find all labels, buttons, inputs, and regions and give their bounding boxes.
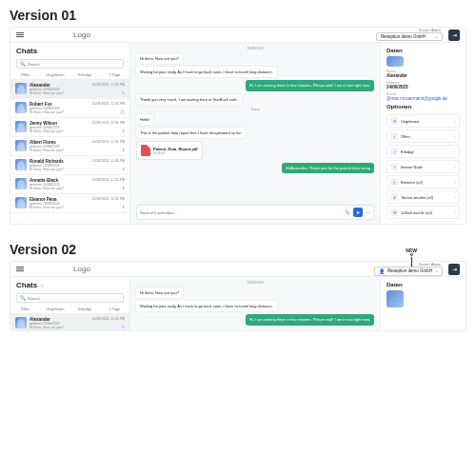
avatar: [15, 197, 27, 208]
filter-tab[interactable]: Erledigt: [70, 305, 100, 313]
star-icon[interactable]: ☆: [40, 283, 44, 288]
logo: Logo: [30, 30, 134, 39]
send-button[interactable]: ➤: [353, 208, 363, 217]
chevron-right-icon: ›: [455, 210, 456, 215]
date-divider: Today: [136, 108, 374, 111]
status-icon: ⇪: [122, 129, 125, 133]
option-icon: ✎: [390, 163, 398, 170]
chevron-down-icon: ⌄: [435, 34, 438, 39]
chat-list-item[interactable]: Jenny Wilsongeboren 24/06/2023Hi there, …: [10, 118, 129, 137]
search-icon: 🔍: [20, 61, 26, 67]
chevron-right-icon: ›: [455, 165, 456, 169]
search-icon: 🔍: [20, 295, 26, 301]
details-pane: Daten NameAlexander Geboren24/06/2023 E-…: [380, 43, 466, 224]
chevron-right-icon: ›: [455, 180, 456, 185]
conversation-pane: 16/06/2023 Hi there, How are you? Waitin…: [130, 43, 380, 224]
avatar: [387, 290, 404, 307]
more-icon[interactable]: ⋯: [366, 209, 370, 215]
chevron-right-icon: ›: [455, 119, 456, 124]
status-icon: ⇪: [122, 186, 125, 190]
avatar: [15, 159, 27, 170]
composer[interactable]: 📎 ➤ ⋯: [136, 205, 374, 220]
date-divider: 16/06/2023: [136, 47, 374, 50]
message-out: Hi Alexander. Thank you for the patient …: [282, 163, 374, 173]
status-icon: 🕐: [120, 109, 125, 114]
option-item[interactable]: ✎Interne Notiz›: [387, 160, 460, 173]
option-icon: ✉: [390, 117, 398, 125]
message-in: Waiting for your reply. As I have to go …: [136, 67, 277, 77]
avatar: [387, 56, 404, 67]
details-title: Daten: [387, 282, 460, 288]
filter-tab[interactable]: Ungelesen: [40, 305, 69, 313]
option-item[interactable]: ✉Ungelesen›: [387, 114, 460, 128]
pdf-icon: [141, 145, 150, 156]
chat-sidebar: Chats☆ 🔍 OffenUngelesenErledigt7 Tage Al…: [10, 277, 130, 330]
chevron-right-icon: ›: [455, 134, 456, 139]
details-title: Daten: [387, 48, 460, 53]
message-in: Hi there, How are you?: [136, 53, 183, 64]
option-item[interactable]: ✉1-Klick nachfr. (v2)›: [387, 206, 460, 219]
search-input[interactable]: 🔍: [16, 293, 124, 303]
chat-list-item[interactable]: Robert Foxgeboren 24/06/2023Hi there, Ho…: [10, 99, 129, 118]
filter-tab[interactable]: Offen: [10, 70, 40, 79]
search-input[interactable]: 🔍: [16, 59, 124, 69]
filter-tab[interactable]: 7 Tage: [100, 305, 129, 313]
message-out: Hi, I am coming there in few minutes. Pl…: [246, 80, 374, 90]
details-pane: Daten: [380, 277, 466, 330]
options-title: Optionen: [387, 104, 460, 109]
message-in: Thank you very much, I am waiting here a…: [136, 94, 242, 105]
filter-tab[interactable]: Erledigt: [70, 70, 100, 79]
avatar: [15, 178, 27, 189]
message-in: This is the patient data report that I h…: [136, 128, 246, 138]
chats-title: Chats: [16, 281, 37, 289]
menu-icon[interactable]: [16, 267, 24, 271]
message-in: Hello!: [136, 114, 153, 125]
chevron-right-icon: ›: [455, 195, 456, 200]
filter-tab[interactable]: Offen: [10, 305, 40, 313]
account-dropdown[interactable]: Reception demo GmbH⌄: [376, 32, 443, 41]
chat-list-item[interactable]: Eleanor Penageboren 24/06/2023Hi there, …: [10, 194, 129, 213]
option-item[interactable]: ○Offen›: [387, 129, 460, 143]
chat-list-item[interactable]: Ronald Richardsgeboren 24/06/2023Hi ther…: [10, 156, 129, 175]
chat-list-item[interactable]: Annette Blackgeboren 24/06/2023Hi there,…: [10, 175, 129, 194]
status-icon: ⇪: [122, 167, 125, 171]
message-out: Hi, I am coming there in few minutes. Pl…: [246, 314, 374, 325]
status-icon: ⇪: [122, 205, 125, 209]
chat-list-item[interactable]: Albert Floresgeboren 24/06/2023Hi there,…: [10, 137, 129, 156]
avatar: [15, 121, 27, 132]
exit-button[interactable]: ⇥: [448, 30, 460, 41]
option-item[interactable]: ⎘Erinnern (v2)›: [387, 175, 460, 188]
topbar: Logo Kunde / Admin Reception demo GmbH⌄ …: [10, 28, 466, 43]
avatar: [15, 317, 27, 328]
avatar: [15, 102, 27, 113]
option-item[interactable]: ✓Erledigt›: [387, 145, 460, 158]
topbar: Logo Kunde / Admin 👤 Reception demo GmbH…: [10, 262, 466, 277]
logo: Logo: [30, 265, 134, 273]
option-icon: ✉: [390, 208, 398, 216]
filter-tab[interactable]: Ungelesen: [40, 70, 69, 79]
avatar: [15, 140, 27, 151]
option-icon: ✈: [390, 193, 398, 201]
message-input[interactable]: [140, 210, 342, 215]
option-icon: ⎘: [390, 178, 398, 186]
avatar: [15, 83, 27, 94]
chats-title: Chats: [16, 47, 37, 55]
filter-tab[interactable]: 7 Tage: [100, 70, 129, 79]
attachment[interactable]: Patient_Data_Report.pdf 99.30 KB: [136, 141, 203, 160]
option-item[interactable]: ✈Termin senden (v2)›: [387, 190, 460, 204]
message-in: Hi there, How are you?: [136, 288, 183, 298]
account-dropdown[interactable]: 👤 Reception demo GmbH⌄: [374, 267, 443, 276]
option-icon: ✓: [390, 148, 398, 155]
date-divider: 16/06/2023: [136, 281, 374, 285]
exit-button[interactable]: ⇥: [448, 264, 460, 275]
attach-icon[interactable]: 📎: [345, 209, 350, 215]
user-icon: 👤: [379, 268, 385, 274]
status-icon: ⇪: [122, 148, 125, 152]
chat-list-item[interactable]: Alexandergeboren 24/06/2023Hi there, How…: [10, 80, 129, 99]
conversation-pane: 16/06/2023 Hi there, How are you? Waitin…: [130, 277, 380, 330]
chat-list-item[interactable]: Alexandergeboren 24/06/2023Hi there, How…: [10, 314, 129, 330]
message-in: Waiting for your reply. As I have to go …: [136, 301, 277, 311]
option-icon: ○: [390, 132, 398, 140]
status-icon: ✎: [122, 325, 125, 329]
menu-icon[interactable]: [16, 32, 24, 37]
